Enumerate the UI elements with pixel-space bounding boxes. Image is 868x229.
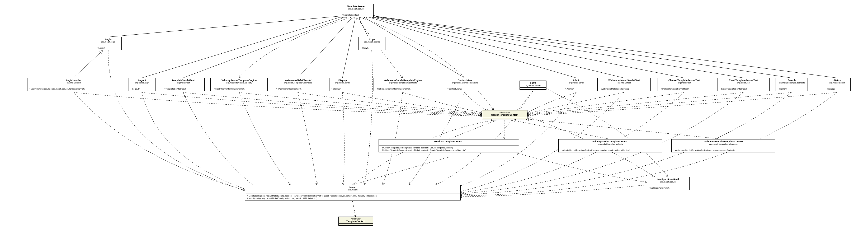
class-attrs [374,85,432,87]
class-form: Formorg.melati.servlet [520,81,547,90]
class-name: Search [777,79,806,82]
class-header: WebmacroMelatiServletTestorg.melati.test [598,78,650,85]
class-webmacroMelatiServletTest: WebmacroMelatiServletTestorg.melati.test… [597,78,651,91]
class-name: Logout [130,79,154,82]
class-attrs [718,85,769,87]
class-header: WebmacroServletTemplateContextorg.melati… [672,140,775,146]
class-header: «interface»TemplateContext [339,217,373,224]
operation: + VelocityServletTemplateContext(vc : or… [560,149,660,151]
class-display: Displayorg.melati.admin+ Display() [329,78,356,91]
class-package: org.melati.template.velocity [560,143,660,145]
class-name: VelocityServletTemplateContext [560,140,660,143]
class-name: ServletTemplateContext [484,114,526,116]
class-package: org.melati.servlet [521,84,545,87]
class-webmacroServletTemplateContext: WebmacroServletTemplateContextorg.melati… [671,139,775,152]
operation: + MultipartTemplateContext(melati : Mela… [380,147,517,149]
class-attrs [598,85,650,87]
operation: + TemplateServletTest() [164,88,203,90]
class-header: CharsetTemplateServletTestorg.melati.tes… [658,78,711,85]
class-header: Adminorg.melati.admin [563,78,590,85]
class-header: VelocityServletTemplateEngineorg.melati.… [211,78,268,85]
class-package: org.melati.servlet [649,181,688,183]
class-header: WebmacroServletTemplateEngineorg.melati.… [374,78,432,85]
operation: + WebmacroMelatiServlet() [276,88,320,90]
class-attrs [379,144,519,146]
class-name: Melati [247,186,459,189]
class-name: WebmacroMelatiServletTest [599,79,649,82]
class-package: org.melati.test [164,82,203,84]
class-servletTemplateContext: «interface»ServletTemplateContext [482,110,527,119]
class-name: Copy [360,38,383,41]
class-package: org.melati [247,189,459,191]
class-charsetTemplateServletTest: CharsetTemplateServletTestorg.melati.tes… [658,78,711,91]
class-attrs [274,85,322,87]
class-name: TemplateServlet [341,5,372,8]
class-attrs [339,11,373,13]
class-package: org.melati.servlet [341,8,372,10]
operation: + VelocityServletTemplateEngine() [212,88,266,90]
class-name: WebmacroMelatiServlet [276,79,320,82]
class-package: org.melati.template.webmacro [375,82,430,84]
class-operations: + WebmacroServletTemplateEngine() [374,87,432,91]
operation: + TemplateServlet() [341,14,372,16]
class-name: EmailTemplateServletTest [719,79,768,82]
class-package: org.melati.admin [826,82,849,84]
class-multipartTemplateContext: MultipartTemplateContext+ MultipartTempl… [378,139,519,152]
class-operations: + WebmacroServletTemplateContext(wc : or… [672,148,775,152]
class-search: Searchorg.melati.example.contacts+ Searc… [776,78,808,91]
class-attrs [445,85,485,87]
class-header: MultipartTemplateContext [379,140,519,144]
class-velocityServletTemplateEngine: VelocityServletTemplateEngineorg.melati.… [210,78,268,91]
class-header: Formorg.melati.servlet [520,81,546,88]
class-package: org.melati.login [97,41,120,43]
class-operations: + MultipartFormField() [647,186,689,190]
class-attrs [482,117,527,119]
operation: + Copy() [360,47,383,49]
class-attrs [563,85,590,87]
operation: + Admin() [565,88,588,90]
class-name: ContactView [447,79,483,82]
class-attrs [658,85,711,87]
class-copy: Copyorg.melati.admin+ Copy() [359,37,385,50]
class-operations: + Logout() [129,87,155,91]
class-multipartFormField: MultipartFormFieldorg.melati.servlet+ Mu… [647,177,689,190]
class-package: org.melati.admin [565,82,588,84]
class-name: TemplateContext [340,220,371,223]
class-name: Admin [565,79,588,82]
class-header: VelocityServletTemplateContextorg.melati… [559,140,662,146]
class-operations: + CharsetTemplateServletTest() [658,87,711,91]
class-attrs [359,44,385,46]
class-package: org.melati.test [719,82,768,84]
class-operations: + Display() [330,87,356,91]
operation: + MultipartTemplateContext(melati : Mela… [380,149,517,151]
class-velocityServletTemplateContext: VelocityServletTemplateContextorg.melati… [558,139,662,152]
class-emailTemplateServletTest: EmailTemplateServletTestorg.melati.test+… [717,78,770,91]
operation: + Status() [826,88,849,90]
class-name: CharsetTemplateServletTest [659,79,709,82]
class-header: TemplateServletTestorg.melati.test [162,78,204,85]
operation: + WebmacroServletTemplateContext(wc : or… [673,149,774,151]
class-operations: + Copy() [359,46,385,50]
class-header: LoginHandlerorg.melati.login [27,78,120,85]
class-package: org.melati.test [659,82,709,84]
class-status: Statusorg.melati.admin+ Status() [824,78,850,91]
class-header: Searchorg.melati.example.contacts [776,78,808,85]
stereotype: «interface» [340,218,371,220]
class-package: org.melati.admin [331,82,354,84]
class-package: org.melati.template.webmacro [276,82,320,84]
class-operations: + WebmacroMelatiServletTest() [598,87,650,91]
class-attrs [824,85,850,87]
operation: + Login() [97,47,120,49]
class-name: TemplateServletTest [164,79,203,82]
class-package: org.melati.template.webmacro [673,143,774,145]
operation: + WebmacroMelatiServletTest() [599,88,649,90]
class-name: Login [97,38,120,41]
class-attrs [776,85,808,87]
class-operations: + TemplateServletTest() [162,87,204,91]
class-melati: Melatiorg.melati+ Melati(config : org.me… [245,185,461,200]
class-name: Status [826,79,849,82]
class-operations: + VelocityServletTemplateEngine() [211,87,268,91]
class-header: ContactVieworg.melati.example.contacts [445,78,485,85]
class-header: Melatiorg.melati [245,185,460,192]
class-attrs [647,184,689,186]
